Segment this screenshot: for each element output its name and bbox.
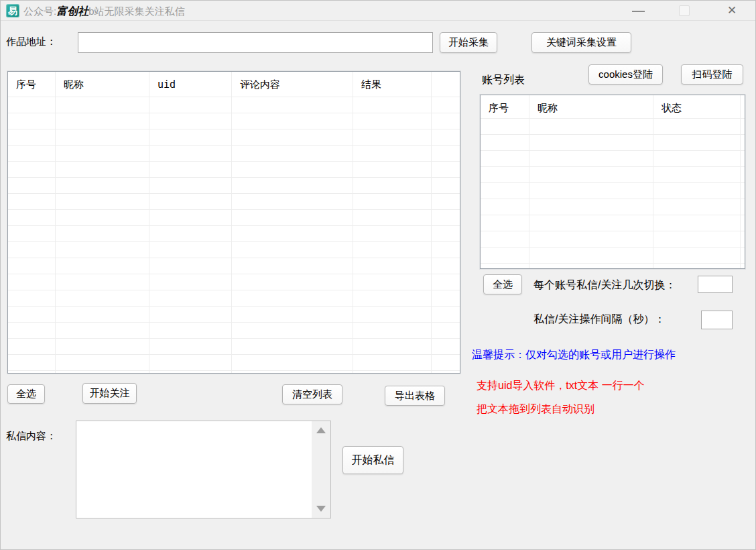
clear-list-button[interactable]: 清空列表 xyxy=(282,384,342,404)
comment-table[interactable]: 序号 昵称 uid 评论内容 结果 xyxy=(7,71,460,374)
column-header: 昵称 xyxy=(56,72,149,91)
column-header: 昵称 xyxy=(529,95,653,115)
cookies-login-button[interactable]: cookies登陆 xyxy=(588,64,663,85)
maximize-icon xyxy=(679,5,690,16)
tip-red-text-line2: 把文本拖到列表自动识别 xyxy=(477,402,594,417)
interval-seconds-input[interactable] xyxy=(701,311,733,329)
message-content-input[interactable] xyxy=(76,421,312,518)
title-prefix: 公众号: xyxy=(23,5,56,17)
minimize-button[interactable] xyxy=(623,1,653,21)
app-icon: 易 xyxy=(6,4,19,17)
window-title: 公众号:富创社b站无限采集关注私信 xyxy=(23,5,185,19)
work-url-input[interactable] xyxy=(78,32,433,53)
close-button[interactable]: ✕ xyxy=(716,1,747,21)
message-scrollbar[interactable] xyxy=(312,421,330,518)
column-header: 结果 xyxy=(353,72,431,91)
qr-login-button[interactable]: 扫码登陆 xyxy=(681,64,743,85)
account-table[interactable]: 序号 昵称 状态 xyxy=(480,95,745,269)
switch-times-input[interactable] xyxy=(698,276,733,293)
start-collect-button[interactable]: 开始采集 xyxy=(440,32,497,53)
message-content-label: 私信内容： xyxy=(6,430,56,443)
column-header: 状态 xyxy=(653,95,740,115)
app-window: 易 公众号:富创社b站无限采集关注私信 ✕ 作品地址： 开始采集 关键词采集设置… xyxy=(0,0,756,550)
keyword-collect-settings-button[interactable]: 关键词采集设置 xyxy=(531,32,631,53)
table-empty-rows xyxy=(8,97,460,373)
work-url-label: 作品地址： xyxy=(6,36,56,48)
comment-select-all-button[interactable]: 全选 xyxy=(7,384,45,404)
column-header: 序号 xyxy=(8,72,55,91)
maximize-button[interactable] xyxy=(670,1,700,21)
scroll-up-icon[interactable] xyxy=(316,427,326,433)
title-bar: 易 公众号:富创社b站无限采集关注私信 ✕ xyxy=(1,1,755,21)
start-message-button[interactable]: 开始私信 xyxy=(342,446,403,474)
scroll-down-icon[interactable] xyxy=(316,506,326,512)
title-brand: 富创社 xyxy=(56,5,88,17)
table-empty-rows xyxy=(481,119,745,268)
column-header: 序号 xyxy=(481,95,529,115)
column-header: uid xyxy=(149,72,231,91)
export-table-button[interactable]: 导出表格 xyxy=(385,386,445,406)
minimize-icon xyxy=(632,11,645,12)
switch-times-label: 每个账号私信/关注几次切换： xyxy=(533,278,676,292)
tip-red-text-line1: 支持uid导入软件，txt文本 一行一个 xyxy=(477,379,645,393)
interval-seconds-label: 私信/关注操作间隔（秒）： xyxy=(533,313,665,327)
tip-blue-text: 温馨提示：仅对勾选的账号或用户进行操作 xyxy=(472,348,676,362)
start-follow-button[interactable]: 开始关注 xyxy=(82,383,137,404)
account-list-title: 账号列表 xyxy=(482,73,525,87)
title-suffix: b站无限采集关注私信 xyxy=(88,5,184,17)
close-icon: ✕ xyxy=(727,4,737,17)
account-select-all-button[interactable]: 全选 xyxy=(483,274,522,294)
column-header: 评论内容 xyxy=(232,72,353,91)
message-content-box xyxy=(76,421,331,518)
